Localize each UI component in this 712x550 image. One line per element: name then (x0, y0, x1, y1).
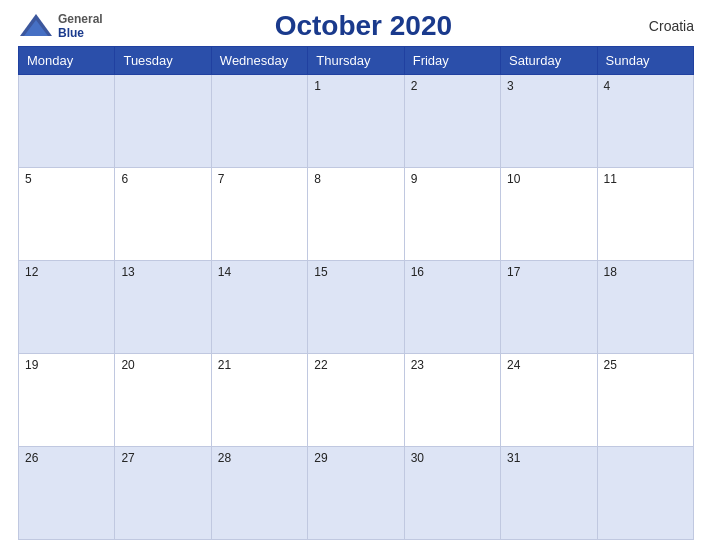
day-number: 15 (314, 265, 327, 279)
calendar-day-cell: 10 (501, 168, 597, 261)
calendar-day-cell: 7 (211, 168, 307, 261)
weekday-header-wednesday: Wednesday (211, 47, 307, 75)
day-number: 14 (218, 265, 231, 279)
day-number: 12 (25, 265, 38, 279)
day-number: 22 (314, 358, 327, 372)
weekday-header-friday: Friday (404, 47, 500, 75)
day-number: 24 (507, 358, 520, 372)
calendar-week-row: 262728293031 (19, 447, 694, 540)
calendar-day-cell: 2 (404, 75, 500, 168)
day-number: 2 (411, 79, 418, 93)
calendar-day-cell: 9 (404, 168, 500, 261)
calendar-day-cell: 13 (115, 261, 211, 354)
day-number: 17 (507, 265, 520, 279)
calendar-day-cell: 5 (19, 168, 115, 261)
day-number: 25 (604, 358, 617, 372)
day-number: 31 (507, 451, 520, 465)
day-number: 9 (411, 172, 418, 186)
day-number: 10 (507, 172, 520, 186)
day-number: 1 (314, 79, 321, 93)
day-number: 3 (507, 79, 514, 93)
day-number: 5 (25, 172, 32, 186)
calendar-table: MondayTuesdayWednesdayThursdayFridaySatu… (18, 46, 694, 540)
weekday-header-thursday: Thursday (308, 47, 404, 75)
weekday-header-tuesday: Tuesday (115, 47, 211, 75)
day-number: 16 (411, 265, 424, 279)
day-number: 18 (604, 265, 617, 279)
calendar-day-cell (19, 75, 115, 168)
calendar-day-cell: 22 (308, 354, 404, 447)
weekday-header-row: MondayTuesdayWednesdayThursdayFridaySatu… (19, 47, 694, 75)
day-number: 13 (121, 265, 134, 279)
calendar-day-cell: 4 (597, 75, 693, 168)
calendar-day-cell: 28 (211, 447, 307, 540)
calendar-day-cell: 14 (211, 261, 307, 354)
top-bar: General Blue October 2020 Croatia (18, 10, 694, 42)
calendar-day-cell: 26 (19, 447, 115, 540)
calendar-week-row: 12131415161718 (19, 261, 694, 354)
calendar-day-cell: 18 (597, 261, 693, 354)
calendar-day-cell: 21 (211, 354, 307, 447)
calendar-day-cell: 25 (597, 354, 693, 447)
day-number: 19 (25, 358, 38, 372)
logo-text: General Blue (58, 12, 103, 41)
day-number: 4 (604, 79, 611, 93)
calendar-day-cell: 29 (308, 447, 404, 540)
logo: General Blue (18, 12, 103, 41)
calendar-day-cell: 31 (501, 447, 597, 540)
calendar-day-cell: 15 (308, 261, 404, 354)
calendar-day-cell (211, 75, 307, 168)
calendar-day-cell: 16 (404, 261, 500, 354)
day-number: 20 (121, 358, 134, 372)
calendar-day-cell: 12 (19, 261, 115, 354)
country-label: Croatia (624, 18, 694, 34)
calendar-week-row: 1234 (19, 75, 694, 168)
day-number: 7 (218, 172, 225, 186)
day-number: 30 (411, 451, 424, 465)
weekday-header-sunday: Sunday (597, 47, 693, 75)
calendar-day-cell: 3 (501, 75, 597, 168)
day-number: 29 (314, 451, 327, 465)
logo-general-text: General (58, 12, 103, 26)
logo-icon (18, 12, 54, 40)
calendar-day-cell: 1 (308, 75, 404, 168)
day-number: 27 (121, 451, 134, 465)
calendar-day-cell: 23 (404, 354, 500, 447)
calendar-day-cell (597, 447, 693, 540)
calendar-title: October 2020 (103, 10, 624, 42)
day-number: 6 (121, 172, 128, 186)
calendar-day-cell: 8 (308, 168, 404, 261)
day-number: 28 (218, 451, 231, 465)
calendar-day-cell (115, 75, 211, 168)
calendar-day-cell: 24 (501, 354, 597, 447)
weekday-header-saturday: Saturday (501, 47, 597, 75)
day-number: 26 (25, 451, 38, 465)
calendar-week-row: 567891011 (19, 168, 694, 261)
calendar-day-cell: 19 (19, 354, 115, 447)
calendar-week-row: 19202122232425 (19, 354, 694, 447)
day-number: 8 (314, 172, 321, 186)
day-number: 23 (411, 358, 424, 372)
calendar-day-cell: 11 (597, 168, 693, 261)
calendar-body: 1234567891011121314151617181920212223242… (19, 75, 694, 540)
logo-blue-text: Blue (58, 26, 103, 40)
calendar-day-cell: 6 (115, 168, 211, 261)
calendar-day-cell: 17 (501, 261, 597, 354)
calendar-header: MondayTuesdayWednesdayThursdayFridaySatu… (19, 47, 694, 75)
day-number: 21 (218, 358, 231, 372)
calendar-day-cell: 30 (404, 447, 500, 540)
calendar-day-cell: 27 (115, 447, 211, 540)
day-number: 11 (604, 172, 617, 186)
weekday-header-monday: Monday (19, 47, 115, 75)
calendar-day-cell: 20 (115, 354, 211, 447)
